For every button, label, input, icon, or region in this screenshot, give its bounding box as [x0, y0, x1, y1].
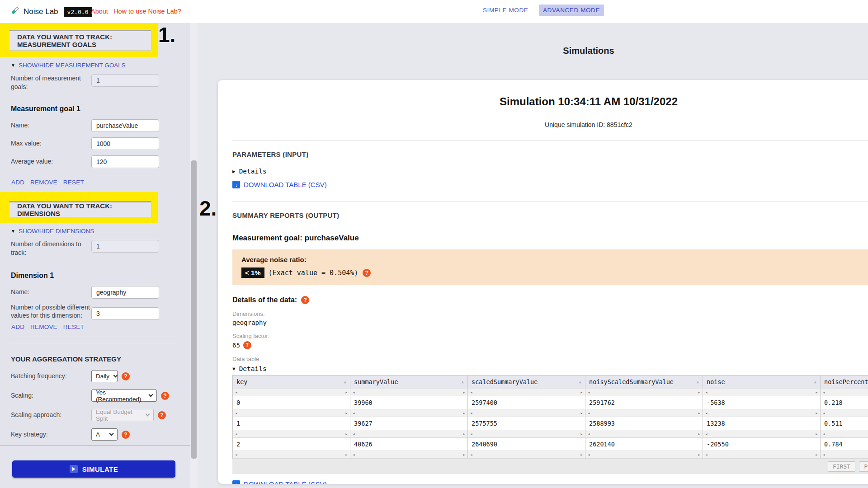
scroll-left-icon[interactable]: ◄: [587, 432, 590, 436]
help-icon[interactable]: ?: [158, 411, 166, 419]
cell-scrollbar[interactable]: ◄►: [821, 430, 868, 438]
scroll-left-icon[interactable]: ◄: [235, 453, 238, 456]
scroll-left-icon[interactable]: ◄: [587, 391, 590, 394]
scroll-right-icon[interactable]: ►: [462, 453, 466, 456]
scroll-left-icon[interactable]: ◄: [470, 432, 473, 436]
nav-about-link[interactable]: About: [91, 8, 108, 15]
cell-scrollbar[interactable]: ◄►: [703, 450, 821, 459]
scroll-right-icon[interactable]: ►: [580, 453, 583, 456]
scroll-left-icon[interactable]: ◄: [822, 432, 826, 436]
goal-max-input[interactable]: [91, 137, 159, 150]
scroll-right-icon[interactable]: ►: [698, 412, 701, 415]
remove-button[interactable]: REMOVE: [30, 324, 57, 330]
cell-scrollbar[interactable]: ◄►: [585, 450, 703, 459]
cell-scrollbar[interactable]: ◄►: [233, 388, 350, 396]
goal-name-input[interactable]: [91, 119, 159, 132]
scroll-right-icon[interactable]: ►: [345, 432, 348, 436]
scroll-left-icon[interactable]: ◄: [705, 391, 708, 394]
scroll-right-icon[interactable]: ►: [815, 432, 818, 436]
goal-avg-input[interactable]: [91, 155, 159, 168]
cell-scrollbar[interactable]: ◄►: [821, 388, 868, 396]
scroll-left-icon[interactable]: ◄: [352, 412, 355, 415]
cell-scrollbar[interactable]: ◄►: [585, 388, 703, 396]
scroll-right-icon[interactable]: ►: [815, 391, 818, 394]
scroll-right-icon[interactable]: ►: [580, 412, 583, 415]
cell-scrollbar[interactable]: ◄►: [350, 430, 468, 438]
table-header-cell[interactable]: noisePercentage▲: [821, 375, 868, 388]
scroll-right-icon[interactable]: ►: [462, 391, 466, 394]
scroll-right-icon[interactable]: ►: [580, 391, 583, 394]
scrollbar-thumb[interactable]: [191, 160, 197, 459]
batching-frequency-select[interactable]: Daily: [91, 370, 118, 382]
help-icon[interactable]: ?: [243, 341, 251, 349]
cell-scrollbar[interactable]: ◄►: [350, 409, 468, 417]
sort-icon[interactable]: ▲: [697, 380, 699, 384]
cell-scrollbar[interactable]: ◄►: [585, 409, 703, 417]
cell-scrollbar[interactable]: ◄►: [703, 388, 821, 396]
scroll-left-icon[interactable]: ◄: [352, 432, 355, 436]
scroll-right-icon[interactable]: ►: [345, 391, 348, 394]
scroll-right-icon[interactable]: ►: [698, 432, 701, 436]
scroll-right-icon[interactable]: ►: [345, 412, 348, 415]
cell-scrollbar[interactable]: ◄►: [468, 388, 585, 396]
table-header-cell[interactable]: key▲: [233, 375, 350, 388]
measurement-goal-count-input[interactable]: [91, 74, 159, 87]
scroll-left-icon[interactable]: ◄: [235, 412, 238, 415]
show-hide-dimensions[interactable]: ▼ SHOW/HIDE DIMENSIONS: [11, 228, 190, 235]
scroll-right-icon[interactable]: ►: [815, 412, 818, 415]
scroll-right-icon[interactable]: ►: [345, 453, 348, 456]
scroll-left-icon[interactable]: ◄: [587, 453, 590, 456]
cell-scrollbar[interactable]: ◄►: [233, 409, 350, 417]
scaling-select[interactable]: Yes (Recommended): [91, 389, 157, 402]
scroll-right-icon[interactable]: ►: [815, 453, 818, 456]
cell-scrollbar[interactable]: ◄►: [350, 388, 468, 396]
scroll-right-icon[interactable]: ►: [462, 412, 466, 415]
scroll-right-icon[interactable]: ►: [698, 391, 701, 394]
scroll-left-icon[interactable]: ◄: [235, 391, 238, 394]
show-hide-measurement-goals[interactable]: ▼ SHOW/HIDE MEASUREMENT GOALS: [11, 62, 190, 69]
help-icon[interactable]: ?: [161, 392, 169, 400]
simple-mode-button[interactable]: SIMPLE MODE: [483, 7, 528, 14]
parameters-details-toggle[interactable]: ▶ Details: [232, 168, 868, 175]
table-header-cell[interactable]: noise▲: [703, 375, 821, 388]
cell-scrollbar[interactable]: ◄►: [468, 430, 585, 438]
scroll-left-icon[interactable]: ◄: [352, 453, 355, 456]
scroll-left-icon[interactable]: ◄: [822, 391, 826, 394]
sort-icon[interactable]: ▲: [344, 380, 346, 384]
scroll-right-icon[interactable]: ►: [698, 453, 701, 456]
cell-scrollbar[interactable]: ◄►: [233, 430, 350, 438]
prev-page-button[interactable]: PREV: [859, 461, 868, 472]
scroll-left-icon[interactable]: ◄: [822, 453, 826, 456]
scroll-left-icon[interactable]: ◄: [470, 412, 473, 415]
table-header-cell[interactable]: noisyScaledSummaryValue▲: [585, 375, 703, 388]
scroll-right-icon[interactable]: ►: [580, 432, 583, 436]
reset-button[interactable]: RESET: [63, 324, 84, 330]
dimension-values-input[interactable]: [91, 307, 159, 320]
cell-scrollbar[interactable]: ◄►: [233, 450, 350, 459]
scroll-left-icon[interactable]: ◄: [705, 432, 708, 436]
scroll-right-icon[interactable]: ►: [462, 432, 466, 436]
reset-button[interactable]: RESET: [63, 179, 84, 186]
cell-scrollbar[interactable]: ◄►: [350, 450, 468, 459]
key-strategy-select[interactable]: A: [91, 428, 118, 441]
cell-scrollbar[interactable]: ◄►: [585, 430, 703, 438]
scroll-left-icon[interactable]: ◄: [470, 391, 473, 394]
cell-scrollbar[interactable]: ◄►: [703, 430, 821, 438]
sort-icon[interactable]: ▲: [579, 380, 581, 384]
dimension-name-input[interactable]: [91, 286, 159, 299]
scroll-left-icon[interactable]: ◄: [587, 412, 590, 415]
cell-scrollbar[interactable]: ◄►: [468, 409, 585, 417]
cell-scrollbar[interactable]: ◄►: [703, 409, 821, 417]
cell-scrollbar[interactable]: ◄►: [821, 409, 868, 417]
scroll-left-icon[interactable]: ◄: [235, 432, 238, 436]
sidebar-scrollbar[interactable]: [190, 23, 198, 488]
table-details-toggle[interactable]: ▼ Details: [232, 365, 868, 372]
scroll-left-icon[interactable]: ◄: [470, 453, 473, 456]
table-header-cell[interactable]: scaledSummaryValue▲: [468, 375, 585, 388]
cell-scrollbar[interactable]: ◄►: [468, 450, 585, 459]
help-icon[interactable]: ?: [122, 431, 130, 439]
simulate-button[interactable]: SIMULATE: [12, 460, 175, 478]
advanced-mode-button[interactable]: ADVANCED MODE: [539, 5, 604, 16]
scroll-left-icon[interactable]: ◄: [822, 412, 826, 415]
scroll-left-icon[interactable]: ◄: [705, 453, 708, 456]
